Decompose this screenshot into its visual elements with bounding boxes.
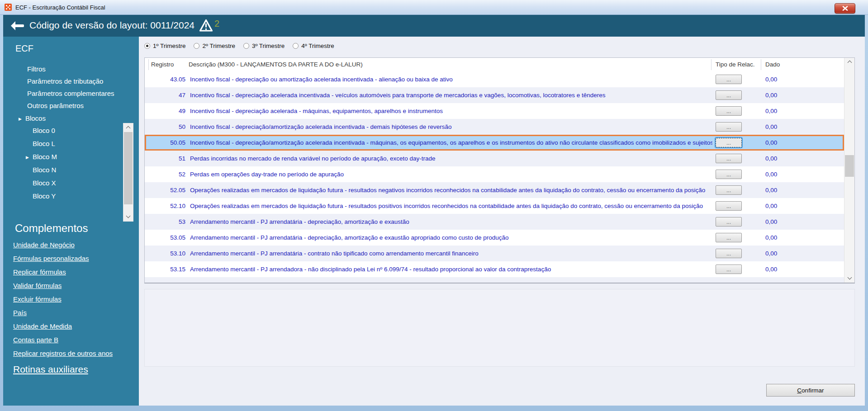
table-row[interactable]: 50.05 Incentivo fiscal - depreciação/amo… (145, 135, 844, 151)
quarter-radio-option[interactable]: 2º Trimestre (194, 43, 235, 49)
sidebar-subitem-bloco[interactable]: ▶Bloco N (3, 164, 139, 177)
sidebar-subitem-bloco[interactable]: ▶Bloco Y (3, 190, 139, 203)
column-header-tipo-relac: Tipo de Relac. (716, 61, 755, 68)
quarter-radio-label: 3º Trimestre (252, 43, 285, 49)
scroll-up-arrow[interactable] (844, 58, 854, 66)
registro-cell: 47 (145, 87, 185, 103)
dado-cell: 0,00 (765, 230, 777, 246)
dado-cell: 0,00 (765, 182, 777, 198)
tipo-relac-button[interactable]: ... (716, 75, 742, 84)
table-row[interactable]: 53.15 Arrendamento mercantil - PJ arrend… (145, 261, 844, 277)
dado-cell: 0,00 (765, 198, 777, 214)
sidebar-subitem-bloco[interactable]: ▶Bloco L (3, 137, 139, 151)
registro-cell: 53.10 (145, 246, 185, 261)
registro-cell: 49 (145, 103, 185, 119)
table-row[interactable]: 53.05 Arrendamento mercantil - PJ arrend… (145, 230, 844, 246)
sidebar-link[interactable]: Fórmulas personalizadas (13, 252, 89, 265)
tipo-relac-button[interactable]: ... (716, 249, 742, 258)
warning-indicator[interactable]: 2 (199, 19, 219, 32)
sidebar-scrollbar[interactable] (123, 123, 133, 222)
sidebar-item[interactable]: Parâmetros complementares (3, 87, 139, 99)
table-body: 43.05 Incentivo fiscal - depreciação ou … (145, 71, 844, 283)
table-row[interactable]: 52 Perdas em operações day-trade no perí… (145, 166, 844, 182)
sidebar-link[interactable]: Validar fórmulas (13, 279, 62, 293)
sidebar-link[interactable]: País (13, 306, 27, 320)
descricao-cell: Incentivo fiscal - depreciação/amortizaç… (190, 135, 712, 151)
sidebar-link[interactable]: Replicar fórmulas (13, 265, 66, 279)
tipo-relac-button[interactable]: ... (716, 106, 742, 116)
tipo-relac-button[interactable]: ... (716, 265, 742, 274)
descricao-cell: Incentivo fiscal - depreciação acelerada… (190, 103, 712, 119)
tipo-relac-button[interactable]: ... (716, 170, 742, 179)
sidebar-item[interactable]: Outros parâmetros (3, 99, 139, 112)
sidebar-item-blocos[interactable]: ▶Blocos (3, 112, 139, 124)
rotinas-auxiliares-link[interactable]: Rotinas auxiliares (13, 364, 88, 375)
radio-icon[interactable] (243, 43, 249, 49)
app-icon (5, 4, 12, 11)
sidebar-item[interactable]: Parâmetros de tributação (3, 75, 139, 87)
sidebar-item[interactable]: Filtros (3, 63, 139, 75)
warning-icon (199, 19, 213, 32)
quarter-radio-option[interactable]: 3º Trimestre (243, 43, 285, 49)
radio-icon[interactable] (194, 43, 199, 49)
back-button[interactable] (9, 20, 25, 33)
table-row[interactable]: 43.05 Incentivo fiscal - depreciação ou … (145, 71, 844, 87)
scroll-down-arrow[interactable] (844, 274, 854, 283)
sidebar-link[interactable]: Unidade de Negócio (13, 238, 75, 252)
confirm-button[interactable]: Confirmar (766, 384, 855, 397)
scrollbar-thumb[interactable] (845, 155, 854, 177)
dado-cell: 0,00 (765, 151, 777, 166)
sidebar-subitem-bloco[interactable]: ▶Bloco 0 (3, 124, 139, 137)
quarter-radio-option[interactable]: 4º Trimestre (293, 43, 334, 49)
tipo-relac-button[interactable]: ... (716, 185, 742, 195)
table-row[interactable]: 52.10 Operações realizadas em mercados d… (145, 198, 844, 214)
table-row[interactable]: 47 Incentivo fiscal - depreciação aceler… (145, 87, 844, 103)
radio-icon[interactable] (293, 43, 299, 49)
table-row[interactable]: 53.10 Arrendamento mercantil - PJ arrend… (145, 246, 844, 261)
registro-cell: 50 (145, 119, 185, 135)
sidebar-subitem-bloco[interactable]: ▶Bloco M (3, 151, 139, 164)
sidebar-link[interactable]: Contas parte B (13, 333, 58, 347)
scrollbar-thumb[interactable] (124, 132, 133, 204)
table-row[interactable]: 50 Incentivo fiscal - depreciação/amorti… (145, 119, 844, 135)
sidebar-subitem-bloco[interactable]: ▶Bloco X (3, 177, 139, 190)
scroll-down-arrow[interactable] (123, 213, 133, 221)
sidebar-subitem-label: Bloco N (33, 166, 57, 174)
descricao-cell: Incentivo fiscal - depreciação acelerada… (190, 87, 712, 103)
quarter-radio-label: 4º Trimestre (301, 43, 334, 49)
sidebar-link[interactable]: Unidade de Medida (13, 320, 72, 333)
table-row[interactable]: 51 Perdas incorridas no mercado de renda… (145, 151, 844, 166)
chevron-up-icon (126, 126, 131, 131)
page-header: Código de versão do layout: 0011/2024 2 (3, 15, 865, 37)
tipo-relac-button[interactable]: ... (716, 90, 742, 100)
close-button[interactable] (835, 3, 855, 14)
scroll-up-arrow[interactable] (123, 123, 133, 132)
tipo-relac-button[interactable]: ... (716, 201, 742, 211)
column-separator (711, 59, 711, 70)
radio-icon[interactable] (144, 43, 150, 49)
tipo-relac-button[interactable]: ... (716, 233, 742, 242)
tipo-relac-button[interactable]: ... (716, 138, 742, 147)
quarter-radio-option[interactable]: 1º Trimestre (144, 43, 185, 49)
table-row[interactable]: 53 Arrendamento mercantil - PJ arrendatá… (145, 214, 844, 230)
dado-cell: 0,00 (765, 119, 777, 135)
descricao-cell: Arrendamento mercantil - PJ arrendadora … (190, 261, 712, 277)
tipo-relac-button[interactable]: ... (716, 217, 742, 227)
descricao-cell: Incentivo fiscal - depreciação/amortizaç… (190, 119, 712, 135)
tipo-relac-button[interactable]: ... (716, 122, 742, 132)
descricao-cell: Perdas em operações day-trade no período… (190, 166, 712, 182)
tipo-relac-button[interactable]: ... (716, 154, 742, 163)
main-content: 1º Trimestre 2º Trimestre 3º Trimestre 4… (139, 37, 865, 406)
table-row[interactable]: 49 Incentivo fiscal - depreciação aceler… (145, 103, 844, 119)
sidebar-link[interactable]: Excluir fórmulas (13, 293, 62, 306)
sidebar-subitem-label: Bloco X (33, 179, 56, 187)
column-separator (148, 59, 149, 70)
sidebar-item-label: Blocos (25, 114, 46, 122)
sidebar-link[interactable]: Replicar registros de outros anos (13, 347, 113, 360)
dado-cell: 0,00 (765, 166, 777, 182)
sidebar: ECF Filtros Parâmetros de tributação Par… (3, 37, 139, 406)
table-row[interactable]: 52.05 Operações realizadas em mercados d… (145, 182, 844, 198)
expand-arrow-icon: ▶ (26, 154, 29, 161)
window-client-area: Código de versão do layout: 0011/2024 2 … (3, 15, 865, 406)
table-scrollbar[interactable] (844, 58, 854, 283)
